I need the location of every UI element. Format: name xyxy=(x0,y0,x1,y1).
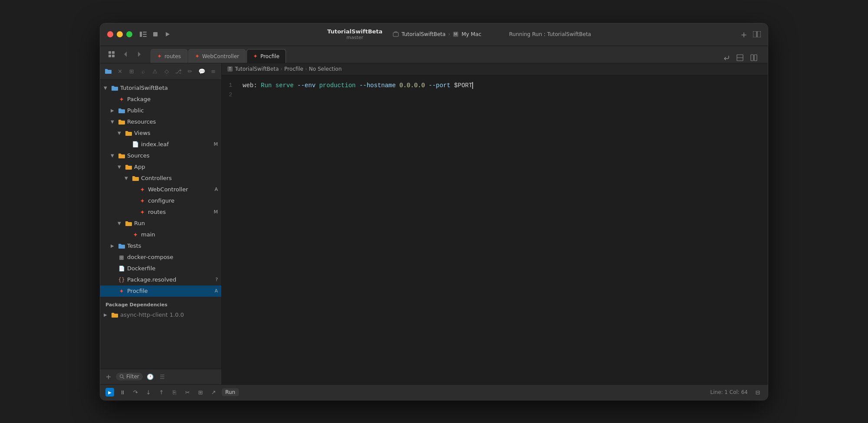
project-folder-icon xyxy=(111,84,118,92)
status-left: ▶ ⏸ ↷ ↓ ↑ ⎘ ✂ ⊞ ↗ Run xyxy=(105,387,239,397)
tree-item-dockerfile[interactable]: ▶ 📄 Dockerfile xyxy=(100,263,221,274)
tree-item-webcontroller[interactable]: ▶ ✦ WebController A xyxy=(100,184,221,195)
sidebar-speech-btn[interactable]: 💬 xyxy=(197,66,206,76)
list-btn[interactable]: ☰ xyxy=(158,372,167,381)
package-icon xyxy=(111,311,118,319)
sidebar-toggle-button[interactable] xyxy=(139,30,147,38)
maximize-button[interactable] xyxy=(126,31,132,37)
tree-item-views[interactable]: ▼ Views xyxy=(100,128,221,139)
status-step-down-btn[interactable]: ↓ xyxy=(144,387,153,397)
no-arrow: ▶ xyxy=(132,198,138,203)
tree-item-configure[interactable]: ▶ ✦ configure xyxy=(100,195,221,207)
sidebar-folder-btn[interactable] xyxy=(104,66,113,76)
tree-item-procfile[interactable]: ▶ ✦ Procfile A xyxy=(100,285,221,297)
editor-content[interactable]: 1 web: Run serve --env production --host… xyxy=(222,75,768,384)
tree-item-tutorialswiftbeta[interactable]: ▼ TutorialSwiftBeta xyxy=(100,82,221,94)
status-grid-btn[interactable]: ⊞ xyxy=(196,387,205,397)
expand-arrow: ▼ xyxy=(125,176,132,180)
split-editor-button[interactable] xyxy=(749,52,759,63)
tab-routes[interactable]: ✦ routes xyxy=(151,49,187,63)
tree-item-package[interactable]: ▶ ✦ Package xyxy=(100,94,221,105)
expand-arrow: ▼ xyxy=(104,85,111,90)
svg-marker-15 xyxy=(124,52,127,57)
tree-item-package-resolved[interactable]: ▶ {} Package.resolved ? xyxy=(100,274,221,285)
window-controls xyxy=(139,30,171,38)
return-button[interactable] xyxy=(721,52,731,63)
tree-item-async-http[interactable]: ▶ async-http-client 1.0.0 xyxy=(100,309,221,321)
grid-view-button[interactable] xyxy=(105,48,118,60)
svg-rect-13 xyxy=(108,55,111,57)
tree-item-public[interactable]: ▶ Public xyxy=(100,105,221,116)
sidebar-lines-btn[interactable]: ≡ xyxy=(209,66,218,76)
no-arrow: ▶ xyxy=(111,266,118,271)
sidebar-x-btn[interactable]: ✕ xyxy=(115,66,125,76)
status-step-over-btn[interactable]: ↷ xyxy=(131,387,140,397)
layout-button[interactable] xyxy=(753,30,761,38)
minimize-button[interactable] xyxy=(117,31,123,37)
layout-editor-button[interactable] xyxy=(735,52,745,63)
close-button[interactable] xyxy=(107,31,113,37)
sidebar-search-btn[interactable]: ⌕ xyxy=(139,66,148,76)
status-run-indicator[interactable]: ▶ xyxy=(105,388,114,397)
tree-item-routes[interactable]: ▶ ✦ routes M xyxy=(100,207,221,218)
status-step-up-btn[interactable]: ↑ xyxy=(157,387,166,397)
sidebar-warning-btn[interactable]: ⚠ xyxy=(151,66,160,76)
svg-rect-19 xyxy=(751,55,753,61)
tree-item-tests[interactable]: ▶ Tests xyxy=(100,240,221,252)
tree-item-docker-compose[interactable]: ▶ ▦ docker-compose xyxy=(100,252,221,263)
filter-pill[interactable]: Filter xyxy=(116,373,143,380)
forward-button[interactable] xyxy=(133,48,145,60)
package-dependencies-label: Package Dependencies xyxy=(100,297,221,309)
tree-item-run[interactable]: ▼ Run xyxy=(100,218,221,229)
folder-orange-icon xyxy=(132,174,139,182)
tab-procfile[interactable]: ✦ Procfile xyxy=(247,49,286,63)
sidebar-tree: ▼ TutorialSwiftBeta ▶ ✦ Package ▶ xyxy=(100,80,221,369)
expand-arrow: ▶ xyxy=(104,312,111,317)
tree-badge: M xyxy=(214,141,218,147)
expand-arrow: ▼ xyxy=(111,119,118,124)
tree-item-sources[interactable]: ▼ Sources xyxy=(100,150,221,161)
folder-icon xyxy=(118,242,125,250)
sidebar-diamond-btn[interactable]: ◇ xyxy=(162,66,171,76)
expand-arrow: ▼ xyxy=(111,153,118,158)
status-pause-btn[interactable]: ⏸ xyxy=(118,387,127,397)
line-number-1: 1 xyxy=(222,81,243,90)
status-bar: ▶ ⏸ ↷ ↓ ↑ ⎘ ✂ ⊞ ↗ Run Line: 1 Col: 64 ⊟ xyxy=(100,384,768,400)
no-arrow: ▶ xyxy=(111,97,118,102)
tab-webcontroller[interactable]: ✦ WebController xyxy=(188,49,246,63)
tree-label: index.leaf xyxy=(141,141,212,148)
tree-item-resources[interactable]: ▼ Resources xyxy=(100,116,221,128)
breadcrumb-item-1[interactable]: Procfile xyxy=(284,66,303,72)
svg-line-22 xyxy=(123,377,124,379)
tree-item-index-leaf[interactable]: ▶ 📄 index.leaf M xyxy=(100,139,221,150)
status-arrow-btn[interactable]: ↗ xyxy=(209,387,218,397)
run-button[interactable] xyxy=(164,30,171,38)
status-run-label[interactable]: Run xyxy=(222,388,239,396)
tree-label: Views xyxy=(134,130,218,136)
tree-item-app[interactable]: ▼ App xyxy=(100,161,221,173)
tree-item-main[interactable]: ▶ ✦ main xyxy=(100,229,221,240)
sidebar-toolbar: ✕ ⊞ ⌕ ⚠ ◇ ⎇ ✏ 💬 ≡ xyxy=(100,63,221,80)
sidebar-grid-btn[interactable]: ⊞ xyxy=(127,66,136,76)
run-status: Running Run : TutorialSwiftBeta xyxy=(509,31,591,37)
procfile-tab-icon: ✦ xyxy=(253,53,258,59)
title-bar-right: + xyxy=(740,30,761,38)
tree-label: WebController xyxy=(148,186,213,193)
stop-button[interactable] xyxy=(151,30,159,38)
tree-item-controllers[interactable]: ▼ Controllers xyxy=(100,173,221,184)
status-scissors-btn[interactable]: ✂ xyxy=(183,387,192,397)
status-copy-btn[interactable]: ⎘ xyxy=(170,387,179,397)
json-file-icon: {} xyxy=(118,276,125,284)
breadcrumb-item-0[interactable]: TutorialSwiftBeta xyxy=(235,66,279,72)
sidebar-source-btn[interactable]: ⎇ xyxy=(174,66,183,76)
sidebar-pencil-btn[interactable]: ✏ xyxy=(185,66,194,76)
back-button[interactable] xyxy=(119,48,132,60)
add-file-button[interactable]: + xyxy=(104,372,113,381)
folder-orange-icon xyxy=(118,118,125,126)
add-button[interactable]: + xyxy=(740,30,748,38)
breadcrumb-item-2[interactable]: No Selection xyxy=(309,66,342,72)
status-layout-icon[interactable]: ⊟ xyxy=(753,387,763,397)
clock-btn[interactable]: 🕐 xyxy=(145,372,155,381)
swift-file-icon: ✦ xyxy=(132,231,139,239)
swift-file-icon: ✦ xyxy=(118,287,125,295)
